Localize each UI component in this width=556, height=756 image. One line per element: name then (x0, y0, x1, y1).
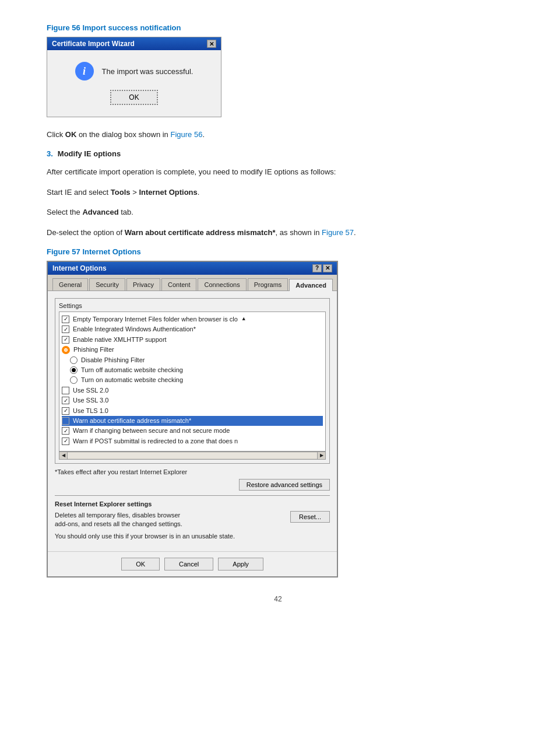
checkbox-checked-icon[interactable]: ✓ (62, 326, 69, 333)
figure57-section: Figure 57 Internet Options Internet Opti… (47, 247, 509, 578)
wizard-body: i The import was successful. OK (47, 50, 221, 117)
ie-close-button[interactable]: ✕ (323, 264, 332, 272)
text-end: . (202, 130, 205, 139)
ie-ok-button[interactable]: OK (121, 558, 160, 570)
list-item: ✓ Use SSL 3.0 (62, 396, 323, 405)
tab-connections[interactable]: Connections (198, 278, 246, 290)
checkbox-checked-icon[interactable]: ✓ (62, 336, 69, 344)
para4: De-select the option of Warn about certi… (47, 227, 509, 239)
wizard-titlebar: Certificate Import Wizard ✕ (47, 37, 221, 50)
para3-end: tab. (119, 208, 133, 216)
radio-checked-icon[interactable] (70, 366, 78, 374)
figure56-section: Figure 56 Import success notification Ce… (47, 23, 509, 117)
ie-options-dialog: Internet Options ? ✕ General Security Pr… (47, 261, 338, 578)
para1: After certificate import operation is co… (47, 166, 509, 178)
horizontal-scrollbar[interactable]: ◀ ▶ (59, 452, 326, 460)
list-item: ⊕ Phishing Filter (62, 345, 323, 355)
tab-programs[interactable]: Programs (248, 278, 288, 290)
list-item: Disable Phishing Filter (70, 355, 323, 365)
reset-button[interactable]: Reset... (290, 511, 330, 523)
reset-description: Deletes all temporary files, disables br… (55, 511, 182, 529)
tab-security[interactable]: Security (89, 278, 125, 290)
body-text-1: Click OK on the dialog box shown in Figu… (47, 129, 509, 141)
ie-title: Internet Options (52, 264, 107, 272)
wizard-title: Certificate Import Wizard (52, 40, 135, 48)
scroll-left-button[interactable]: ◀ (59, 452, 68, 459)
list-item: ✓ Enable native XMLHTTP support (62, 335, 323, 345)
ie-titlebar-buttons: ? ✕ (312, 264, 332, 272)
ie-help-button[interactable]: ? (312, 264, 322, 272)
scroll-right-button[interactable]: ▶ (317, 452, 325, 459)
figure57-link: Figure 57 (322, 228, 354, 237)
settings-group: Settings ✓ Empty Temporary Internet File… (55, 298, 330, 464)
radio-unchecked-icon[interactable] (70, 356, 78, 364)
wizard-ok-button[interactable]: OK (110, 90, 157, 105)
checkbox-checked-icon[interactable]: ✓ (62, 407, 69, 415)
para3: Select the Advanced tab. (47, 206, 509, 219)
para3-advanced: Advanced (82, 208, 118, 216)
para3-prefix: Select the (47, 208, 82, 216)
ie-body: Settings ✓ Empty Temporary Internet File… (48, 291, 337, 551)
scroll-track (68, 453, 317, 459)
para4-warn: Warn about certificate address mismatch* (125, 228, 276, 237)
list-item-highlighted: Warn about certificate address mismatch* (62, 416, 323, 426)
reset-group-label: Reset Internet Explorer settings (55, 501, 330, 508)
list-item: ✓ Enable Integrated Windows Authenticati… (62, 324, 323, 334)
checkbox-checked-icon[interactable]: ✓ (62, 438, 69, 445)
tab-privacy[interactable]: Privacy (126, 278, 160, 290)
list-item: Use SSL 2.0 (62, 386, 323, 396)
restore-btn-row: Restore advanced settings (55, 479, 330, 491)
para2-prefix: Start IE and select (47, 188, 111, 197)
phishing-icon: ⊕ (62, 346, 70, 354)
ie-apply-button[interactable]: Apply (218, 558, 263, 570)
checkbox-checked-icon[interactable]: ✓ (62, 427, 69, 435)
list-item: ✓ Warn if POST submittal is redirected t… (62, 436, 323, 446)
tab-general[interactable]: General (52, 278, 88, 290)
tab-content[interactable]: Content (161, 278, 197, 290)
para2: Start IE and select Tools > Internet Opt… (47, 187, 509, 199)
checkbox-checked-icon[interactable]: ✓ (62, 397, 69, 404)
ie-titlebar: Internet Options ? ✕ (48, 262, 337, 275)
para2-end: . (198, 188, 200, 197)
figure57-label: Figure 57 Internet Options (47, 247, 509, 256)
list-item: ✓ Use TLS 1.0 (62, 406, 323, 416)
list-item: ✓ Warn if changing between secure and no… (62, 426, 323, 436)
settings-list[interactable]: ✓ Empty Temporary Internet Files folder … (59, 312, 326, 452)
reset-desc-line2: add-ons, and resets all the changed sett… (55, 520, 182, 527)
para4-mid: , as shown in (276, 228, 322, 237)
checkbox-unchecked-icon[interactable] (62, 387, 69, 394)
page-number: 42 (47, 595, 509, 603)
info-icon: i (75, 62, 94, 80)
ie-cancel-button[interactable]: Cancel (164, 558, 213, 570)
certificate-wizard-dialog: Certificate Import Wizard ✕ i The import… (47, 37, 221, 117)
para2-inet: Internet Options (139, 188, 197, 197)
text-ok-bold: OK (65, 130, 77, 139)
wizard-close-button[interactable]: ✕ (207, 40, 216, 48)
reset-desc-line1: Deletes all temporary files, disables br… (55, 512, 180, 519)
restore-advanced-button[interactable]: Restore advanced settings (239, 479, 330, 491)
reset-row: Deletes all temporary files, disables br… (55, 511, 330, 529)
step3-line: 3. Modify IE options (47, 149, 509, 158)
para2-tools: Tools (111, 188, 131, 197)
radio-unchecked-icon[interactable] (70, 376, 78, 384)
figure56-link: Figure 56 (170, 130, 202, 139)
step3-label: Modify IE options (58, 149, 509, 158)
list-item: ✓ Empty Temporary Internet Files folder … (62, 314, 323, 324)
list-item: Turn off automatic website checking (70, 365, 323, 375)
wizard-message: The import was successful. (102, 67, 193, 76)
ie-tabs: General Security Privacy Content Connect… (48, 275, 337, 291)
checkbox-unchecked-icon[interactable] (62, 417, 69, 425)
para2-gt: > (131, 188, 139, 197)
reset-group: Reset Internet Explorer settings Deletes… (55, 495, 330, 540)
scroll-area: ◀ ▶ (59, 452, 326, 460)
ie-footer: OK Cancel Apply (48, 551, 337, 576)
checkbox-checked-icon[interactable]: ✓ (62, 316, 69, 323)
takes-effect-text: *Takes effect after you restart Internet… (55, 468, 330, 475)
settings-label: Settings (59, 302, 326, 309)
text-prefix: Click (47, 130, 65, 139)
wizard-content: i The import was successful. (75, 62, 193, 80)
figure56-label: Figure 56 Import success notification (47, 23, 509, 32)
tab-advanced[interactable]: Advanced (289, 279, 333, 291)
para4-end: . (354, 228, 356, 237)
step3-number: 3. (47, 149, 53, 158)
